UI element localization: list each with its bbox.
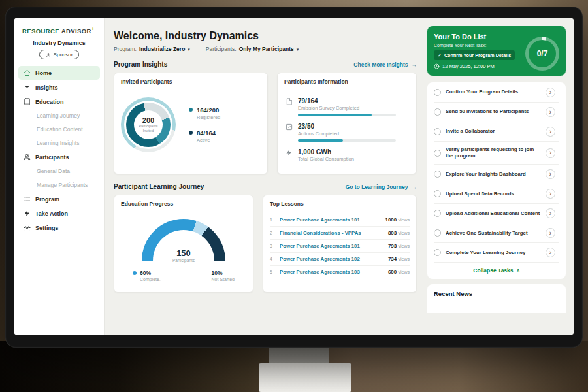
org-name: Industry Dynamics (14, 40, 104, 46)
chevron-right-icon[interactable]: › (546, 169, 555, 179)
checkbox-icon[interactable] (434, 150, 441, 157)
sponsor-badge: Sponsor (39, 50, 80, 59)
sidebar-item-participants[interactable]: Participants (18, 150, 100, 164)
sidebar-item-learning-insights[interactable]: Learning Insights (18, 137, 100, 150)
top-lessons-card: Top Lessons 1 Power Purchase Agreements … (263, 195, 417, 293)
chevron-right-icon[interactable]: › (546, 248, 555, 257)
education-progress-card: Education Progress 150 Participants (114, 195, 253, 293)
participants-information-card: Participants Information 79/164 Emission… (277, 73, 417, 174)
home-icon (24, 69, 31, 76)
sidebar-item-general-data[interactable]: General Data (18, 165, 100, 178)
brand-primary: RESOURCE (22, 27, 59, 35)
checkbox-icon[interactable] (434, 108, 441, 116)
gauge-center-value: 150 (142, 248, 225, 258)
lesson-row: 2 Financial Considerations - VPPAs 803 v… (270, 227, 410, 240)
legend-item-active: 84/164 Active (189, 129, 220, 143)
lesson-row: 5 Power Purchase Agreements 103 600 view… (270, 266, 410, 278)
program-insights-cards: Invited Participants 200 Participants In… (114, 73, 417, 174)
recent-news-card: Recent News (427, 284, 566, 313)
program-filter[interactable]: Program: Industrialize Zero ▾ (114, 46, 190, 52)
arrow-right-icon: → (412, 61, 417, 68)
check-more-insights-link[interactable]: Check More Insights → (353, 61, 417, 68)
sidebar-item-education-content[interactable]: Education Content (18, 123, 100, 136)
gear-icon (24, 224, 31, 231)
checkbox-icon[interactable] (434, 190, 441, 197)
chevron-right-icon[interactable]: › (546, 228, 555, 238)
chevron-right-icon[interactable]: › (546, 107, 555, 117)
task-row[interactable]: Send 50 Invitations to Participants › (434, 103, 559, 122)
participants-filter[interactable]: Participants: Only My Participants ▾ (206, 46, 299, 52)
info-row-actions: 23/50 Actions Completed (286, 120, 408, 145)
sidebar-item-learning-journey[interactable]: Learning Journey (18, 109, 100, 122)
survey-progress-bar (298, 114, 396, 116)
checkbox-icon[interactable] (434, 128, 441, 135)
chevron-down-icon: ▾ (188, 47, 190, 52)
monitor-stand-base (259, 363, 351, 392)
lesson-row: 1 Power Purchase Agreements 101 1000 vie… (270, 214, 410, 227)
lesson-link[interactable]: Power Purchase Agreements 101 (280, 243, 384, 249)
todo-title: Your To Do List (434, 33, 523, 41)
chevron-right-icon[interactable]: › (546, 208, 555, 218)
checkbox-icon[interactable] (434, 229, 441, 237)
sidebar-item-take-action[interactable]: Take Action (18, 206, 100, 220)
section-title-learning-journey: Participant Learning Journey (114, 183, 204, 190)
task-row[interactable]: Verify participants requesting to join t… (434, 142, 559, 165)
lesson-row: 4 Power Purchase Agreements 102 734 view… (270, 253, 410, 266)
task-row[interactable]: Upload Additional Educational Content › (434, 204, 559, 223)
filters-bar: Program: Industrialize Zero ▾ Participan… (114, 46, 417, 52)
sidebar-nav: Home Insights Education Learning Journey… (14, 66, 104, 235)
task-row[interactable]: Confirm Your Program Details › (434, 83, 559, 103)
task-row[interactable]: Invite a Collaborator › (434, 122, 559, 142)
go-to-learning-journey-link[interactable]: Go to Learning Journey → (346, 184, 417, 190)
sidebar-item-insights[interactable]: Insights (18, 80, 100, 94)
chevron-right-icon[interactable]: › (546, 148, 555, 158)
sidebar-item-program[interactable]: Program (18, 192, 100, 206)
monitor-bezel: RESOURCE ADVISOR+ Industry Dynamics Spon… (5, 7, 583, 348)
sidebar-item-manage-participants[interactable]: Manage Participants (18, 178, 100, 191)
lesson-link[interactable]: Power Purchase Agreements 102 (280, 256, 384, 262)
todo-subtitle: Complete Your Next Task: (434, 43, 523, 48)
chevron-up-icon: ∧ (517, 268, 520, 273)
todo-summary-card: Your To Do List Complete Your Next Task:… (427, 26, 566, 76)
list-icon (24, 195, 31, 203)
clock-icon (434, 63, 440, 69)
brand-logo: RESOURCE ADVISOR+ (22, 26, 97, 35)
checkbox-icon[interactable] (434, 89, 441, 96)
sidebar: RESOURCE ADVISOR+ Industry Dynamics Spon… (14, 18, 105, 335)
brand-plus: + (91, 26, 95, 32)
sidebar-item-settings[interactable]: Settings (18, 221, 100, 235)
chevron-down-icon: ▾ (297, 47, 299, 52)
lesson-link[interactable]: Power Purchase Agreements 101 (280, 217, 381, 223)
gauge-center-label: Participants (142, 258, 225, 263)
chevron-right-icon[interactable]: › (546, 88, 555, 97)
sidebar-item-home[interactable]: Home (18, 66, 100, 80)
lesson-link[interactable]: Financial Considerations - VPPAs (280, 230, 384, 236)
task-row[interactable]: Achieve One Sustainability Target › (434, 223, 559, 243)
sparkle-icon (24, 84, 31, 91)
chevron-right-icon[interactable]: › (546, 127, 555, 137)
todo-panel: Your To Do List Complete Your Next Task:… (426, 18, 574, 335)
collapse-tasks-button[interactable]: Collapse Tasks ∧ (434, 263, 559, 278)
program-insights-header: Program Insights Check More Insights → (114, 61, 417, 68)
brand-secondary: ADVISOR (61, 27, 91, 35)
donut-legend: 164/200 Registered 84/164 Active (189, 106, 220, 143)
checkbox-icon[interactable] (434, 249, 441, 256)
next-task-chip[interactable]: ✓ Confirm Your Program Details (434, 50, 515, 60)
checkbox-icon[interactable] (434, 210, 441, 217)
checklist-icon (286, 123, 293, 131)
document-icon (286, 98, 293, 105)
legend-dot (133, 271, 137, 275)
legend-dot (189, 108, 193, 112)
sidebar-item-education[interactable]: Education (18, 95, 100, 108)
arrow-right-icon: → (412, 184, 417, 190)
lesson-link[interactable]: Power Purchase Agreements 103 (280, 269, 384, 275)
book-icon (24, 98, 31, 105)
task-row[interactable]: Explore Your Insights Dashboard › (434, 165, 559, 184)
lesson-row: 3 Power Purchase Agreements 101 793 view… (270, 240, 410, 253)
task-row[interactable]: Complete Your Learning Journey › (434, 243, 559, 263)
learning-journey-cards: Education Progress 150 Participants (114, 195, 417, 293)
checkbox-icon[interactable] (434, 171, 441, 178)
task-row[interactable]: Upload Spend Data Records › (434, 184, 559, 204)
sponsor-label: Sponsor (54, 52, 73, 57)
chevron-right-icon[interactable]: › (546, 189, 555, 199)
